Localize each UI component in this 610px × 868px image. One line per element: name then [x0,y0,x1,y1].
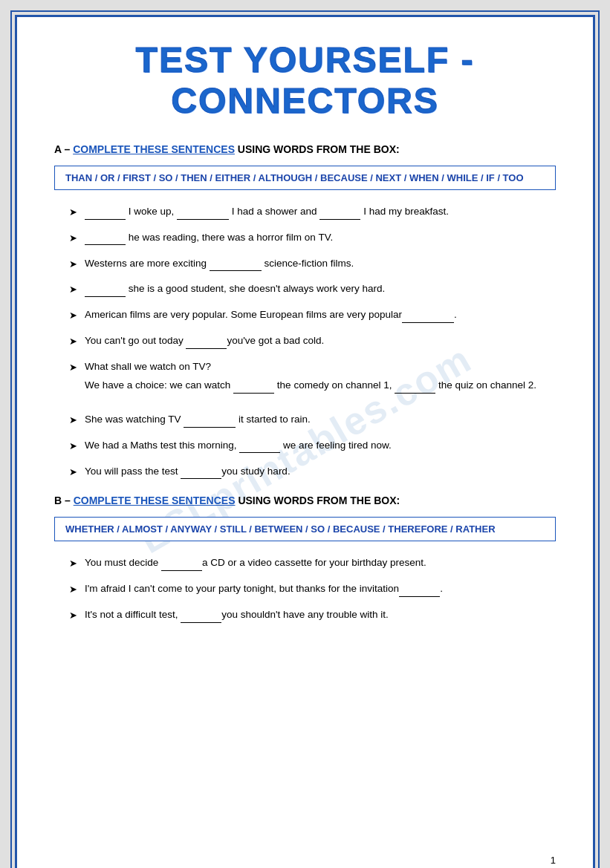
blank[interactable] [239,443,280,453]
blank[interactable] [181,469,221,479]
section-b-highlighted: COMPLETE THESE SENTENCES [74,495,236,506]
section-b-rest: USING WORDS FROM THE BOX: [236,495,400,506]
list-item: You must decide a CD or a video cassette… [69,555,556,572]
sentence-text: he was reading, there was a horror film … [85,229,556,246]
list-item: You will pass the test you study hard. [69,463,556,480]
section-b: B – COMPLETE THESE SENTENCES USING WORDS… [54,495,556,623]
word-box-b: WHETHER / ALMOST / ANYWAY / STILL / BETW… [54,517,556,541]
sentence-text: We had a Maths test this morning, we are… [85,437,556,454]
blank[interactable] [319,209,360,220]
page-title: TEST YOURSELF - CONNECTORS [54,39,556,121]
sentence-text: It's not a difficult test, you shouldn't… [85,607,556,623]
section-a-rest: USING WORDS FROM THE BOX: [235,143,400,155]
list-item: I'm afraid I can't come to your party to… [69,581,556,598]
blank[interactable] [85,235,126,245]
blank[interactable] [177,209,229,220]
section-a-header: A – COMPLETE THESE SENTENCES USING WORDS… [54,143,556,155]
word-box-a: THAN / OR / FIRST / SO / THEN / EITHER /… [54,166,556,190]
blank[interactable] [85,209,126,220]
section-b-header: B – COMPLETE THESE SENTENCES USING WORDS… [54,495,556,506]
sentence-text: You can't go out today you've got a bad … [85,333,556,349]
blank[interactable] [399,587,440,597]
sentence-text: I'm afraid I can't come to your party to… [85,581,556,597]
blank[interactable] [186,339,227,349]
blank[interactable] [161,561,202,571]
sentence-text: Westerns are more exciting science-ficti… [85,255,556,272]
list-item: Westerns are more exciting science-ficti… [69,255,556,273]
list-item: You can't go out today you've got a bad … [69,333,556,350]
blank[interactable] [395,383,435,394]
list-item: We had a Maths test this morning, we are… [69,437,556,454]
list-item: American films are very popular. Some Eu… [69,307,556,324]
page-number: 1 [551,855,556,866]
list-item: She was watching TV it started to rain. [69,411,556,428]
list-item: she is a good student, she doesn't alway… [69,281,556,298]
sentence-text: she is a good student, she doesn't alway… [85,281,556,297]
blank[interactable] [233,383,274,394]
worksheet-page: ESLprintables.com TEST YOURSELF - CONNEC… [15,15,595,868]
section-b-label: B – [54,495,71,506]
section-a-label: A – [54,143,70,155]
list-item: What shall we watch on TV? We have a cho… [69,359,556,402]
blank[interactable] [184,417,236,428]
sentence-text: She was watching TV it started to rain. [85,411,556,428]
blank[interactable] [85,287,126,297]
section-a-sentences: I woke up, I had a shower and I had my b… [54,203,556,480]
sentence-text: I woke up, I had a shower and I had my b… [85,203,556,220]
list-item: It's not a difficult test, you shouldn't… [69,607,556,624]
sentence-text: What shall we watch on TV? We have a cho… [85,359,556,402]
sentence-text: You will pass the test you study hard. [85,463,556,480]
section-b-sentences: You must decide a CD or a video cassette… [54,555,556,623]
blank[interactable] [181,613,221,623]
list-item: he was reading, there was a horror film … [69,229,556,247]
section-a-highlighted: COMPLETE THESE SENTENCES [73,143,235,155]
blank[interactable] [210,261,262,271]
list-item: I woke up, I had a shower and I had my b… [69,203,556,221]
sentence-text: You must decide a CD or a video cassette… [85,555,556,571]
blank[interactable] [402,313,454,323]
sentence-text: American films are very popular. Some Eu… [85,307,556,323]
